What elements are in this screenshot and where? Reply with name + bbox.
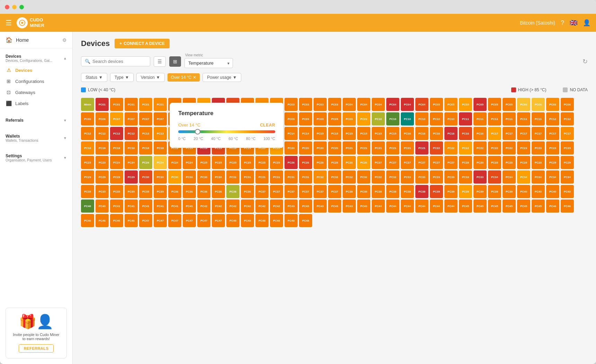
- device-cell[interactable]: PC39: [430, 185, 443, 198]
- device-cell[interactable]: PC46: [546, 199, 559, 213]
- device-cell[interactable]: PC05: [459, 98, 472, 111]
- device-cell[interactable]: PC46: [81, 214, 94, 227]
- device-cell[interactable]: PC37: [299, 185, 312, 198]
- device-cell[interactable]: PC35: [139, 185, 152, 198]
- device-cell[interactable]: PC01: [154, 98, 167, 111]
- device-cell[interactable]: PC04: [372, 98, 385, 111]
- device-cell[interactable]: PC28: [459, 156, 472, 169]
- temp-slider-track[interactable]: [178, 130, 275, 133]
- device-cell[interactable]: PC30: [183, 170, 196, 184]
- sidebar-section-devices-header[interactable]: Devices Devices, Configurations, Gat... …: [0, 52, 72, 65]
- device-cell[interactable]: PC36: [226, 185, 240, 198]
- device-cell[interactable]: PC22: [488, 141, 501, 155]
- device-cell[interactable]: PC25: [212, 156, 225, 169]
- device-cell[interactable]: PC12: [110, 127, 123, 140]
- device-cell[interactable]: PC27: [415, 156, 428, 169]
- device-cell[interactable]: PC29: [561, 156, 574, 169]
- device-cell[interactable]: PC34: [532, 170, 545, 184]
- device-cell[interactable]: PC25: [226, 156, 240, 169]
- device-cell[interactable]: PC10: [415, 112, 428, 125]
- device-cell[interactable]: PC41: [183, 199, 196, 213]
- device-cell[interactable]: PC36: [197, 185, 210, 198]
- device-cell[interactable]: PC16: [459, 127, 472, 140]
- device-cell[interactable]: PC25: [270, 156, 283, 169]
- sidebar-item-labels[interactable]: ⬛ Labels: [0, 98, 72, 109]
- device-cell[interactable]: PC04: [401, 98, 414, 111]
- device-cell[interactable]: PC41: [110, 199, 123, 213]
- device-cell[interactable]: PC32: [357, 170, 370, 184]
- device-cell[interactable]: PC22: [503, 141, 516, 155]
- device-cell[interactable]: PC36: [241, 185, 254, 198]
- device-cell[interactable]: PC44: [401, 199, 414, 213]
- list-view-button[interactable]: ☰: [154, 56, 166, 67]
- active-temp-filter[interactable]: Over 14 °C ✕: [168, 73, 200, 82]
- device-cell[interactable]: PC36: [168, 185, 181, 198]
- device-cell[interactable]: PC33: [401, 170, 414, 184]
- view-metric-select[interactable]: Temperature: [184, 58, 233, 68]
- device-cell[interactable]: PC41: [125, 199, 138, 213]
- device-cell[interactable]: PC18: [81, 141, 94, 155]
- device-cell[interactable]: PC09: [314, 112, 327, 125]
- device-cell[interactable]: PC07: [110, 112, 123, 125]
- device-cell[interactable]: PC48: [255, 214, 269, 227]
- device-cell[interactable]: PC43: [285, 199, 298, 213]
- device-cell[interactable]: PC04: [343, 98, 356, 111]
- device-cell[interactable]: PC07: [139, 112, 152, 125]
- device-cell[interactable]: PC23: [96, 156, 109, 169]
- device-cell[interactable]: PC03: [328, 98, 341, 111]
- device-cell[interactable]: PC43: [328, 199, 341, 213]
- device-cell[interactable]: PC23: [81, 156, 94, 169]
- device-cell[interactable]: PC06: [532, 98, 545, 111]
- device-cell[interactable]: PC32: [314, 170, 327, 184]
- device-cell[interactable]: PC11: [459, 112, 472, 125]
- device-cell[interactable]: PC13: [139, 127, 152, 140]
- minimize-button[interactable]: [12, 5, 17, 9]
- device-cell[interactable]: PC21: [372, 141, 385, 155]
- device-cell[interactable]: PC39: [459, 185, 472, 198]
- device-cell[interactable]: PC42: [197, 199, 210, 213]
- device-cell[interactable]: PC26: [328, 156, 341, 169]
- device-cell[interactable]: PC17: [503, 127, 516, 140]
- device-cell[interactable]: PC22: [444, 141, 458, 155]
- device-cell[interactable]: PC40: [81, 199, 94, 213]
- device-cell[interactable]: PC38: [343, 185, 356, 198]
- status-filter-button[interactable]: Status ▼: [81, 73, 107, 82]
- device-cell[interactable]: PC20: [285, 141, 298, 155]
- device-cell[interactable]: PC09: [328, 112, 341, 125]
- device-cell[interactable]: PC29: [96, 170, 109, 184]
- device-cell[interactable]: PC12: [125, 127, 138, 140]
- device-cell[interactable]: PC11: [503, 112, 516, 125]
- device-cell[interactable]: PC25: [255, 156, 269, 169]
- remove-filter-icon[interactable]: ✕: [193, 75, 196, 80]
- device-cell[interactable]: PC26: [343, 156, 356, 169]
- device-cell[interactable]: PC21: [343, 141, 356, 155]
- connect-device-button[interactable]: + CONNECT A DEVICE: [115, 39, 169, 48]
- device-cell[interactable]: PC11: [473, 112, 487, 125]
- device-cell[interactable]: PC43: [357, 199, 370, 213]
- device-cell[interactable]: PC40: [517, 185, 530, 198]
- device-cell[interactable]: PC16: [430, 127, 443, 140]
- device-cell[interactable]: PC21: [415, 141, 428, 155]
- device-cell[interactable]: PC05: [444, 98, 458, 111]
- device-cell[interactable]: PC24: [139, 156, 152, 169]
- device-cell[interactable]: PC39: [503, 185, 516, 198]
- device-cell[interactable]: PC47: [168, 214, 181, 227]
- device-cell[interactable]: PC11: [488, 112, 501, 125]
- device-cell[interactable]: PC06: [561, 98, 574, 111]
- device-cell[interactable]: PC17: [488, 127, 501, 140]
- device-cell[interactable]: PC22: [473, 141, 487, 155]
- device-cell[interactable]: PC40: [561, 185, 574, 198]
- refresh-button[interactable]: ↻: [583, 58, 588, 65]
- device-cell[interactable]: PC05: [473, 98, 487, 111]
- device-cell[interactable]: PC45: [459, 199, 472, 213]
- device-cell[interactable]: PC10: [430, 112, 443, 125]
- device-cell[interactable]: PC28: [473, 156, 487, 169]
- device-cell[interactable]: PC04: [357, 98, 370, 111]
- device-cell[interactable]: PC35: [96, 185, 109, 198]
- device-cell[interactable]: PC21: [401, 141, 414, 155]
- device-cell[interactable]: PC38: [386, 185, 399, 198]
- sidebar-home[interactable]: 🏠 Home ⚙: [0, 32, 72, 48]
- device-cell[interactable]: PC10: [401, 112, 414, 125]
- device-cell[interactable]: PC17: [561, 127, 574, 140]
- device-cell[interactable]: PC09: [285, 112, 298, 125]
